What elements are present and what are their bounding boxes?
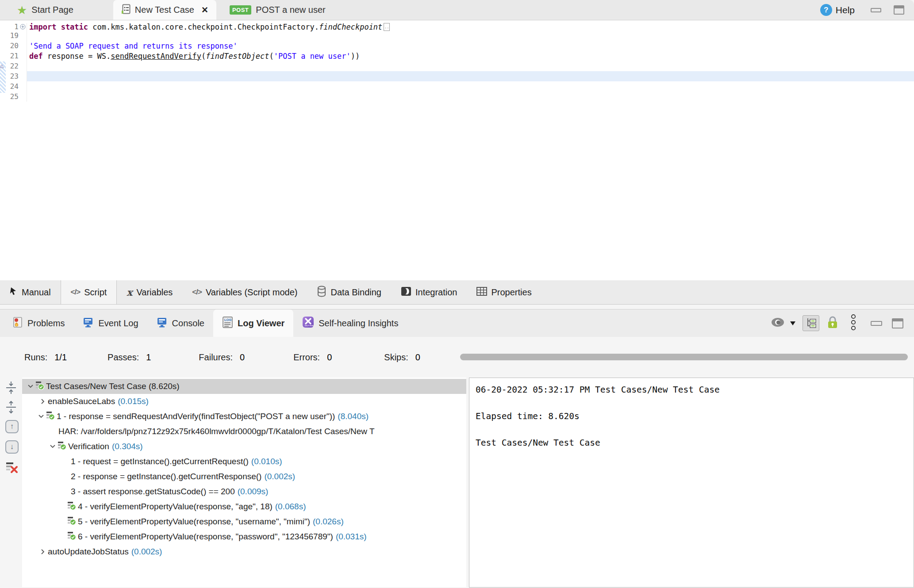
tab-log-viewer[interactable]: LOG Log Viewer bbox=[213, 309, 293, 337]
chevron-down-icon[interactable] bbox=[26, 384, 35, 389]
code-text: def response = WS.sendRequestAndVerify(f… bbox=[27, 51, 914, 61]
test-result-tree[interactable]: Test Cases/New Test Case (8.620s) enable… bbox=[22, 378, 466, 587]
chevron-right-icon[interactable] bbox=[38, 549, 48, 555]
view-menu-kebab-icon[interactable] bbox=[850, 314, 856, 332]
duration-badge: (0.009s) bbox=[238, 487, 269, 496]
log-viewer-icon: LOG bbox=[222, 316, 233, 331]
tab-integration[interactable]: Integration bbox=[391, 280, 467, 304]
stat-value: 1 bbox=[146, 352, 151, 363]
panel-maximize-icon[interactable] bbox=[892, 318, 903, 328]
expand-all-icon[interactable] bbox=[5, 401, 17, 416]
tree-row-verification[interactable]: Verification (0.304s) bbox=[22, 439, 466, 454]
duration-badge: (0.031s) bbox=[336, 532, 367, 542]
code-line-24[interactable]: 24 bbox=[0, 81, 914, 92]
tab-variables-script-mode[interactable]: </> Variables (Script mode) bbox=[182, 280, 307, 304]
integration-icon bbox=[401, 286, 411, 298]
tree-row-test-case[interactable]: Test Cases/New Test Case (8.620s) bbox=[22, 379, 466, 394]
maximize-icon[interactable] bbox=[894, 5, 904, 15]
fold-expand-icon[interactable] bbox=[19, 24, 27, 30]
stat-passes: Passes: 1 bbox=[108, 352, 151, 363]
tree-view-toggle-button[interactable] bbox=[803, 315, 819, 331]
code-plain: response = WS. bbox=[43, 52, 111, 61]
tab-script[interactable]: </> Script bbox=[61, 280, 117, 304]
clear-log-icon[interactable] bbox=[5, 462, 19, 476]
line-number: 21 bbox=[0, 52, 19, 60]
scroll-up-button[interactable]: ↑ bbox=[5, 420, 19, 433]
tree-row-assert-status[interactable]: 3 - assert response.getStatusCode() == 2… bbox=[22, 484, 466, 499]
tab-event-log[interactable]: Event Log bbox=[73, 309, 147, 337]
tab-data-binding[interactable]: Data Binding bbox=[307, 280, 391, 304]
tab-label: Problems bbox=[27, 318, 65, 328]
occurrence-marker-icon: △ bbox=[0, 62, 4, 69]
tab-self-healing-insights[interactable]: SELF HEALING Self-healing Insights bbox=[293, 309, 407, 337]
tree-row-verify-username[interactable]: 5 - verifyElementPropertyValue(response,… bbox=[22, 514, 466, 529]
code-line-22[interactable]: 22 bbox=[0, 61, 914, 71]
stat-errors: Errors: 0 bbox=[293, 352, 332, 363]
close-icon[interactable]: ✕ bbox=[201, 5, 208, 15]
help-label: Help bbox=[836, 5, 855, 15]
tree-row-har-path[interactable]: HAR: /var/folders/lp/pnz712z92x75rk460lm… bbox=[22, 424, 466, 439]
test-step-passed-icon bbox=[46, 411, 57, 422]
tree-row-verify-age[interactable]: 4 - verifyElementPropertyValue(response,… bbox=[22, 499, 466, 514]
tree-row-verify-password[interactable]: 6 - verifyElementPropertyValue(response,… bbox=[22, 529, 466, 544]
tab-label: Manual bbox=[22, 287, 51, 298]
chevron-down-icon[interactable] bbox=[36, 414, 46, 419]
tree-row-label: HAR: /var/folders/lp/pnz712z92x75rk460lm… bbox=[58, 427, 375, 436]
code-line-21[interactable]: 21 def response = WS.sendRequestAndVerif… bbox=[0, 51, 914, 61]
tab-problems[interactable]: Problems bbox=[4, 309, 73, 337]
tree-row-enable-sauce-labs[interactable]: enableSauceLabs (0.015s) bbox=[22, 394, 466, 409]
log-line: 06-20-2022 05:32:17 PM Test Cases/New Te… bbox=[476, 383, 907, 397]
tab-label: Event Log bbox=[98, 318, 138, 328]
tab-variables[interactable]: x Variables bbox=[117, 280, 182, 304]
chevron-down-icon[interactable] bbox=[48, 444, 58, 449]
tree-row-label: enableSauceLabs bbox=[48, 397, 115, 406]
tree-row-label: Test Cases/New Test Case (8.620s) bbox=[46, 382, 180, 391]
problems-icon bbox=[12, 317, 23, 330]
code-line-20[interactable]: 20 'Send a SOAP request and returns its … bbox=[0, 41, 914, 51]
help-button[interactable]: ? Help bbox=[820, 4, 855, 16]
table-grid-icon bbox=[476, 287, 487, 298]
lock-scroll-icon[interactable] bbox=[826, 316, 839, 331]
tab-post-a-new-user[interactable]: POST POST a new user bbox=[219, 0, 336, 20]
log-viewer-panel: Problems Event Log Console LOG Log Viewe… bbox=[0, 309, 914, 587]
code-line-23-current[interactable]: 23 bbox=[0, 71, 914, 81]
star-icon: ★ bbox=[17, 4, 27, 16]
code-text: import static com.kms.katalon.core.check… bbox=[27, 23, 914, 31]
keyword: def bbox=[29, 52, 43, 61]
scroll-down-button[interactable]: ↓ bbox=[5, 440, 19, 454]
method-link[interactable]: sendRequestAndVerify bbox=[111, 52, 201, 61]
tab-manual[interactable]: Manual bbox=[0, 280, 61, 304]
tab-label: Data Binding bbox=[330, 287, 381, 298]
bottom-panel-tabs: Problems Event Log Console LOG Log Viewe… bbox=[0, 309, 914, 337]
tree-row-label: Verification bbox=[68, 442, 109, 451]
code-line-25[interactable]: 25 bbox=[0, 92, 914, 102]
tab-start-page[interactable]: ★ Start Page bbox=[0, 0, 84, 20]
tab-console[interactable]: Console bbox=[147, 309, 213, 337]
tab-label: Self-healing Insights bbox=[319, 318, 398, 328]
code-line-19[interactable]: 19 bbox=[0, 31, 914, 41]
tab-new-test-case[interactable]: New Test Case ✕ bbox=[113, 0, 216, 20]
collapse-all-icon[interactable] bbox=[5, 381, 17, 396]
help-icon: ? bbox=[820, 4, 832, 16]
log-detail-panel[interactable]: 06-20-2022 05:32:17 PM Test Cases/New Te… bbox=[469, 378, 914, 588]
method-name: findTestObject bbox=[206, 52, 269, 61]
stat-failures: Failures: 0 bbox=[199, 352, 245, 363]
minimize-icon[interactable] bbox=[871, 8, 881, 12]
show-filters-eye-icon[interactable] bbox=[771, 317, 787, 330]
tree-row-send-request[interactable]: 1 - response = sendRequestAndVerify(find… bbox=[22, 409, 466, 424]
eye-dropdown-arrow-icon[interactable] bbox=[790, 319, 795, 327]
log-line-blank bbox=[476, 397, 907, 410]
tree-row-get-response[interactable]: 2 - response = getInstance().getCurrentR… bbox=[22, 469, 466, 484]
post-method-badge: POST bbox=[230, 5, 251, 15]
code-line-1[interactable]: 1 import static com.kms.katalon.core.che… bbox=[0, 20, 914, 31]
tree-row-auto-update-job-status[interactable]: autoUpdateJobStatus (0.002s) bbox=[22, 544, 466, 559]
console-icon bbox=[156, 317, 168, 330]
chevron-right-icon[interactable] bbox=[38, 398, 48, 405]
panel-minimize-icon[interactable] bbox=[871, 321, 882, 326]
tree-row-get-request[interactable]: 1 - request = getInstance().getCurrentRe… bbox=[22, 454, 466, 469]
collapsed-code-box[interactable]: .. bbox=[384, 23, 390, 31]
tab-properties[interactable]: Properties bbox=[467, 280, 541, 304]
code-editor[interactable]: △ 1 import static com.kms.katalon.core.c… bbox=[0, 20, 914, 280]
line-number: 1 bbox=[0, 23, 19, 31]
tab-label: Log Viewer bbox=[238, 318, 284, 328]
